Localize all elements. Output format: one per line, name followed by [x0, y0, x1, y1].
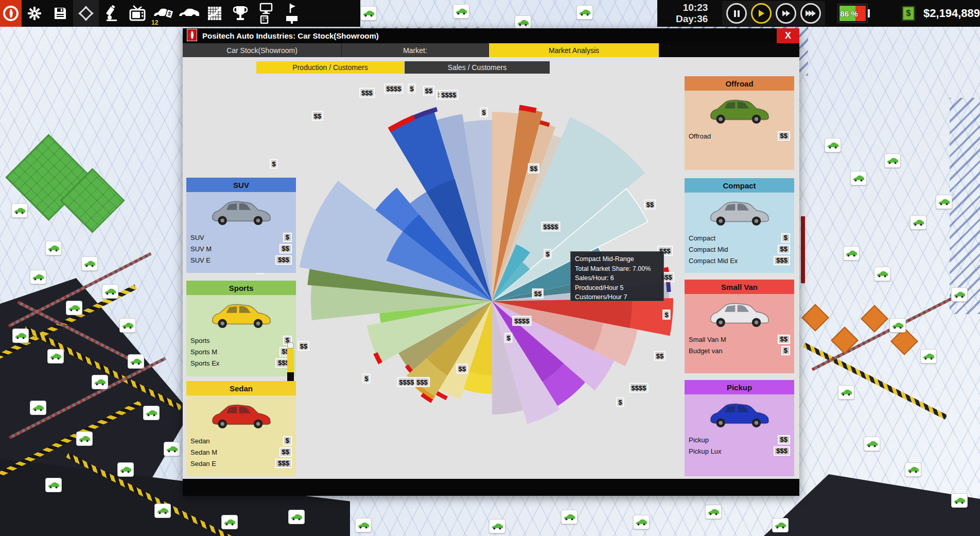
- research-button[interactable]: [99, 0, 125, 27]
- car-sales-button[interactable]: $ 12: [150, 0, 176, 27]
- model-name: Sports: [190, 337, 210, 344]
- finished-car-card: [850, 171, 867, 185]
- tab-market-analysis[interactable]: Market Analysis: [489, 43, 659, 57]
- fast-forward-button[interactable]: [776, 3, 796, 24]
- main-menu-button[interactable]: [0, 0, 22, 27]
- finished-car-card: [515, 15, 531, 30]
- category-panel-sedan: Sedan Sedan $ Sedan M $$ Sedan E $$$: [186, 381, 296, 476]
- model-row: Compact Mid $$: [689, 244, 790, 254]
- finished-car-card: [81, 256, 98, 271]
- vehicle-design-button[interactable]: [176, 0, 202, 27]
- pallet-tile: [861, 305, 888, 333]
- finished-car-card: [910, 215, 926, 230]
- tab-market[interactable]: Market:: [342, 43, 489, 57]
- finished-car-card: [117, 462, 134, 477]
- panel-title: Compact: [685, 178, 794, 193]
- finished-car-card: [838, 385, 854, 400]
- finished-car-card: [884, 153, 901, 168]
- model-name: Compact Mid: [689, 246, 728, 253]
- close-button[interactable]: X: [777, 28, 799, 43]
- pause-button[interactable]: [726, 3, 747, 24]
- model-price-badge: $$$: [275, 255, 292, 265]
- car-image: [208, 399, 275, 433]
- model-price-badge: $: [283, 436, 292, 445]
- tab-car-stock[interactable]: Car Stock(Showroom): [183, 43, 342, 57]
- finished-car-card: [633, 515, 650, 529]
- dialog-tabs: Car Stock(Showroom) Market: Market Analy…: [183, 43, 799, 57]
- model-name: Small Van M: [689, 336, 726, 343]
- model-price-badge: $$: [279, 244, 292, 253]
- model-price-badge: $$$: [774, 446, 790, 456]
- model-price-badge: $$$: [774, 256, 790, 265]
- marketing-tv-button[interactable]: [125, 0, 150, 27]
- achievements-trophy-button[interactable]: [227, 0, 253, 27]
- save-button[interactable]: [47, 0, 73, 27]
- stats-chart-button[interactable]: [202, 0, 227, 27]
- play-button[interactable]: [751, 3, 772, 24]
- model-row: Sedan E $$$: [190, 458, 292, 469]
- panel-body: SUV $ SUV M $$ SUV E $$$: [186, 192, 296, 273]
- category-panel-sports: Sports Sports $ Sports M $$ Sports Ex $$…: [186, 281, 296, 376]
- efficiency-battery-gauge: 86 %: [838, 5, 866, 22]
- finished-car-card: [864, 437, 880, 451]
- scrollbar-thumb[interactable]: [287, 342, 294, 349]
- pie-rim-arc: [437, 393, 447, 398]
- fastest-forward-button[interactable]: [800, 3, 821, 24]
- model-name: Sports Ex: [190, 359, 219, 367]
- model-row: Small Van M $$: [689, 334, 790, 344]
- sale-count-badge: 12: [151, 19, 158, 26]
- tooltip-produced-per-hour: Produced/Hour 5: [575, 283, 659, 293]
- signage-button[interactable]: [279, 0, 305, 27]
- model-name: Budget van: [689, 347, 723, 355]
- category-panel-offroad: Offroad Offroad $$: [685, 76, 794, 170]
- pie-rim-arc: [540, 122, 549, 125]
- finished-car-card: [47, 349, 64, 364]
- finished-car-card: [576, 5, 593, 20]
- panel-body: Sedan $ Sedan M $$ Sedan E $$$: [186, 395, 296, 476]
- pallet-tile: [801, 304, 829, 332]
- expand-view-button[interactable]: [73, 0, 99, 27]
- model-price-badge: $: [283, 233, 292, 242]
- car-image: [208, 195, 275, 229]
- model-price-badge: $$: [778, 335, 790, 344]
- tooltip-market-share: Total Market Share: 7.00%: [575, 264, 659, 274]
- category-panel-compact: Compact Compact $ Compact Mid $$ Compact…: [685, 178, 794, 273]
- dialog-title-bar: Positech Auto Industries: Car Stock(Show…: [183, 28, 799, 43]
- displays-button[interactable]: [253, 0, 279, 27]
- finished-car-card: [772, 518, 789, 532]
- finished-car-card: [355, 518, 372, 532]
- model-name: Compact Mid Ex: [689, 257, 738, 265]
- finished-car-card: [825, 138, 841, 152]
- finished-car-card: [164, 442, 180, 456]
- model-price-badge: $$: [279, 447, 292, 457]
- finished-car-card: [843, 246, 860, 261]
- pie-rim-arc: [668, 283, 669, 292]
- finished-car-card: [128, 354, 144, 369]
- car-image: [706, 94, 773, 128]
- finished-car-card: [12, 328, 29, 343]
- model-row: Pickup Lux $$$: [689, 446, 790, 456]
- finished-car-card: [951, 287, 968, 302]
- model-row: Sedan $: [190, 436, 292, 446]
- panel-title: Small Van: [685, 280, 794, 294]
- model-name: SUV: [190, 234, 204, 241]
- model-name: SUV E: [190, 256, 211, 264]
- settings-button[interactable]: [22, 0, 47, 27]
- finished-car-card: [874, 267, 890, 281]
- finished-car-card: [920, 349, 937, 364]
- panel-body: Small Van M $$ Budget van $: [685, 294, 794, 373]
- finished-car-card: [221, 515, 238, 529]
- finished-car-card: [66, 301, 82, 315]
- finished-car-card: [905, 462, 921, 477]
- battery-terminal: [868, 9, 870, 18]
- model-name: Sedan M: [190, 448, 217, 456]
- game-screen: $ 12 10:23 Day:36 86 %: [0, 0, 980, 536]
- clock-time: 10:23: [676, 2, 708, 13]
- finished-car-card: [92, 375, 108, 389]
- model-row: Offroad $$: [689, 131, 790, 141]
- car-image: [706, 297, 773, 331]
- model-price-badge: $: [781, 346, 790, 355]
- dialog-title: Positech Auto Industries: Car Stock(Show…: [202, 31, 379, 40]
- model-name: Compact: [689, 234, 715, 242]
- model-row: Pickup $$: [689, 435, 790, 445]
